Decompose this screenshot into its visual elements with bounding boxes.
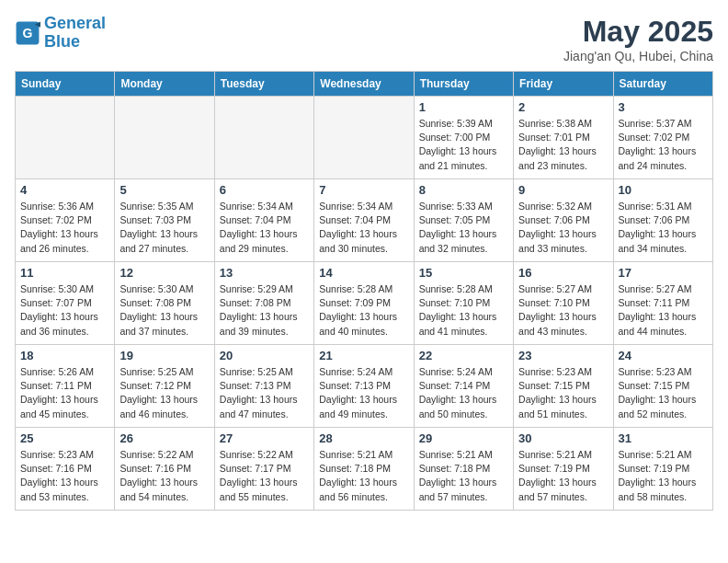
day-number: 11: [20, 266, 109, 280]
day-number: 17: [619, 266, 708, 280]
day-info: Sunrise: 5:30 AM Sunset: 7:08 PM Dayligh…: [119, 282, 209, 339]
day-info: Sunrise: 5:27 AM Sunset: 7:10 PM Dayligh…: [518, 282, 608, 339]
calendar-cell: 11Sunrise: 5:30 AM Sunset: 7:07 PM Dayli…: [16, 262, 115, 345]
calendar-cell: 7Sunrise: 5:34 AM Sunset: 7:04 PM Daylig…: [314, 179, 414, 262]
calendar-cell: 18Sunrise: 5:26 AM Sunset: 7:11 PM Dayli…: [16, 345, 115, 428]
day-number: 24: [619, 349, 708, 362]
calendar-table: SundayMondayTuesdayWednesdayThursdayFrid…: [15, 71, 713, 511]
weekday-header: Friday: [514, 72, 613, 97]
month-title: May 2025: [563, 15, 713, 49]
calendar-cell: 9Sunrise: 5:32 AM Sunset: 7:06 PM Daylig…: [514, 179, 613, 262]
calendar-cell: 8Sunrise: 5:33 AM Sunset: 7:05 PM Daylig…: [414, 179, 513, 262]
calendar-week-row: 1Sunrise: 5:39 AM Sunset: 7:00 PM Daylig…: [16, 97, 713, 179]
day-info: Sunrise: 5:35 AM Sunset: 7:03 PM Dayligh…: [119, 200, 209, 256]
weekday-header: Tuesday: [214, 72, 313, 97]
day-number: 10: [619, 183, 708, 197]
day-number: 14: [319, 266, 408, 280]
day-number: 30: [518, 431, 608, 445]
calendar-cell: 22Sunrise: 5:24 AM Sunset: 7:14 PM Dayli…: [414, 345, 513, 428]
calendar-cell: 6Sunrise: 5:34 AM Sunset: 7:04 PM Daylig…: [214, 179, 313, 262]
day-number: 1: [419, 100, 508, 114]
weekday-header: Thursday: [414, 72, 513, 97]
day-number: 25: [20, 431, 109, 445]
day-number: 5: [119, 183, 209, 197]
calendar-cell: 28Sunrise: 5:21 AM Sunset: 7:18 PM Dayli…: [314, 428, 414, 511]
day-info: Sunrise: 5:37 AM Sunset: 7:02 PM Dayligh…: [619, 117, 708, 173]
logo-text: General Blue: [44, 15, 106, 52]
calendar-cell: 27Sunrise: 5:22 AM Sunset: 7:17 PM Dayli…: [214, 428, 313, 511]
day-info: Sunrise: 5:21 AM Sunset: 7:18 PM Dayligh…: [419, 448, 508, 504]
day-number: 22: [419, 349, 508, 362]
day-info: Sunrise: 5:30 AM Sunset: 7:07 PM Dayligh…: [20, 282, 109, 339]
calendar-cell: 13Sunrise: 5:29 AM Sunset: 7:08 PM Dayli…: [214, 262, 313, 345]
day-info: Sunrise: 5:34 AM Sunset: 7:04 PM Dayligh…: [220, 200, 309, 256]
weekday-header: Wednesday: [314, 72, 414, 97]
day-number: 9: [518, 183, 608, 197]
calendar-cell: 16Sunrise: 5:27 AM Sunset: 7:10 PM Dayli…: [514, 262, 613, 345]
calendar-cell: 10Sunrise: 5:31 AM Sunset: 7:06 PM Dayli…: [613, 179, 712, 262]
calendar-cell: 12Sunrise: 5:30 AM Sunset: 7:08 PM Dayli…: [115, 262, 214, 345]
day-info: Sunrise: 5:25 AM Sunset: 7:12 PM Dayligh…: [119, 365, 209, 421]
day-info: Sunrise: 5:34 AM Sunset: 7:04 PM Dayligh…: [319, 200, 408, 256]
calendar-week-row: 18Sunrise: 5:26 AM Sunset: 7:11 PM Dayli…: [16, 345, 713, 428]
calendar-cell: 30Sunrise: 5:21 AM Sunset: 7:19 PM Dayli…: [514, 428, 613, 511]
calendar-cell: 24Sunrise: 5:23 AM Sunset: 7:15 PM Dayli…: [613, 345, 712, 428]
day-number: 4: [20, 183, 109, 197]
day-number: 18: [20, 349, 109, 362]
calendar-cell: 31Sunrise: 5:21 AM Sunset: 7:19 PM Dayli…: [613, 428, 712, 511]
day-number: 29: [419, 431, 508, 445]
day-info: Sunrise: 5:26 AM Sunset: 7:11 PM Dayligh…: [20, 365, 109, 421]
calendar-cell: [115, 97, 214, 179]
calendar-week-row: 4Sunrise: 5:36 AM Sunset: 7:02 PM Daylig…: [16, 179, 713, 262]
day-info: Sunrise: 5:31 AM Sunset: 7:06 PM Dayligh…: [619, 200, 708, 256]
day-number: 26: [119, 431, 209, 445]
weekday-header: Monday: [115, 72, 214, 97]
logo: G General Blue: [15, 15, 106, 52]
calendar-cell: 1Sunrise: 5:39 AM Sunset: 7:00 PM Daylig…: [414, 97, 513, 179]
calendar-cell: [314, 97, 414, 179]
calendar-cell: 17Sunrise: 5:27 AM Sunset: 7:11 PM Dayli…: [613, 262, 712, 345]
day-number: 27: [220, 431, 309, 445]
day-info: Sunrise: 5:27 AM Sunset: 7:11 PM Dayligh…: [619, 282, 708, 339]
calendar-cell: 5Sunrise: 5:35 AM Sunset: 7:03 PM Daylig…: [115, 179, 214, 262]
calendar-cell: 14Sunrise: 5:28 AM Sunset: 7:09 PM Dayli…: [314, 262, 414, 345]
calendar-cell: 3Sunrise: 5:37 AM Sunset: 7:02 PM Daylig…: [613, 97, 712, 179]
day-info: Sunrise: 5:23 AM Sunset: 7:15 PM Dayligh…: [619, 365, 708, 421]
day-info: Sunrise: 5:22 AM Sunset: 7:17 PM Dayligh…: [220, 448, 309, 504]
calendar-cell: 19Sunrise: 5:25 AM Sunset: 7:12 PM Dayli…: [115, 345, 214, 428]
calendar-body: 1Sunrise: 5:39 AM Sunset: 7:00 PM Daylig…: [16, 97, 713, 511]
calendar-cell: 25Sunrise: 5:23 AM Sunset: 7:16 PM Dayli…: [16, 428, 115, 511]
day-number: 28: [319, 431, 408, 445]
calendar-cell: 2Sunrise: 5:38 AM Sunset: 7:01 PM Daylig…: [514, 97, 613, 179]
day-number: 13: [220, 266, 309, 280]
day-number: 23: [518, 349, 608, 362]
calendar-cell: 26Sunrise: 5:22 AM Sunset: 7:16 PM Dayli…: [115, 428, 214, 511]
day-number: 19: [119, 349, 209, 362]
calendar-cell: 20Sunrise: 5:25 AM Sunset: 7:13 PM Dayli…: [214, 345, 313, 428]
day-info: Sunrise: 5:28 AM Sunset: 7:10 PM Dayligh…: [419, 282, 508, 339]
day-number: 7: [319, 183, 408, 197]
calendar-cell: 21Sunrise: 5:24 AM Sunset: 7:13 PM Dayli…: [314, 345, 414, 428]
day-info: Sunrise: 5:21 AM Sunset: 7:19 PM Dayligh…: [518, 448, 608, 504]
day-number: 2: [518, 100, 608, 114]
page-header: G General Blue May 2025 Jiang'an Qu, Hub…: [15, 15, 713, 63]
day-info: Sunrise: 5:24 AM Sunset: 7:13 PM Dayligh…: [319, 365, 408, 421]
day-number: 31: [619, 431, 708, 445]
weekday-header: Sunday: [16, 72, 115, 97]
day-info: Sunrise: 5:28 AM Sunset: 7:09 PM Dayligh…: [319, 282, 408, 339]
day-info: Sunrise: 5:25 AM Sunset: 7:13 PM Dayligh…: [220, 365, 309, 421]
day-number: 8: [419, 183, 508, 197]
day-info: Sunrise: 5:32 AM Sunset: 7:06 PM Dayligh…: [518, 200, 608, 256]
day-info: Sunrise: 5:23 AM Sunset: 7:15 PM Dayligh…: [518, 365, 608, 421]
day-info: Sunrise: 5:22 AM Sunset: 7:16 PM Dayligh…: [119, 448, 209, 504]
day-info: Sunrise: 5:36 AM Sunset: 7:02 PM Dayligh…: [20, 200, 109, 256]
calendar-cell: [16, 97, 115, 179]
day-info: Sunrise: 5:29 AM Sunset: 7:08 PM Dayligh…: [220, 282, 309, 339]
weekday-header: Saturday: [613, 72, 712, 97]
day-number: 20: [220, 349, 309, 362]
calendar-cell: 29Sunrise: 5:21 AM Sunset: 7:18 PM Dayli…: [414, 428, 513, 511]
day-number: 15: [419, 266, 508, 280]
svg-text:G: G: [23, 25, 33, 40]
calendar-cell: 4Sunrise: 5:36 AM Sunset: 7:02 PM Daylig…: [16, 179, 115, 262]
day-info: Sunrise: 5:38 AM Sunset: 7:01 PM Dayligh…: [518, 117, 608, 173]
